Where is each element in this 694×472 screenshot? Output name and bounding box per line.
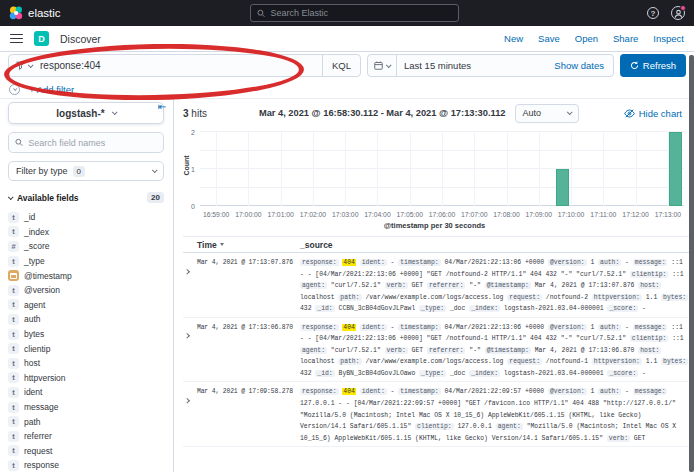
- field-item--timestamp[interactable]: @timestamp: [8, 268, 164, 283]
- gridline-v: [571, 132, 572, 206]
- histogram-plot[interactable]: 16:59:0017:00:0017:01:0017:02:0017:03:00…: [200, 132, 684, 206]
- hits-count: 3 hits: [183, 108, 207, 119]
- field-item--type[interactable]: t_type: [8, 254, 164, 269]
- histogram-bar[interactable]: [556, 169, 570, 206]
- expand-doc-button[interactable]: [183, 322, 197, 380]
- chevron-down-icon: [566, 109, 572, 115]
- inspect-button[interactable]: Inspect: [653, 33, 684, 44]
- save-button[interactable]: Save: [538, 33, 560, 44]
- interval-select[interactable]: Auto: [515, 104, 579, 123]
- table-row: Mar 4, 2021 @ 17:09:58.278response: 404 …: [183, 382, 689, 447]
- results-header: 3 hits Mar 4, 2021 @ 16:58:30.112 - Mar …: [183, 102, 682, 124]
- x-tick-label: 17:10:00: [558, 211, 584, 218]
- time-column-header[interactable]: Time: [183, 240, 300, 250]
- source-field-name: _type:: [419, 370, 446, 377]
- field-item-bytes[interactable]: tbytes: [8, 327, 164, 342]
- field-item-response[interactable]: tresponse: [8, 458, 164, 472]
- filter-by-type-button[interactable]: Filter by type 0: [8, 161, 164, 181]
- source-field-name: @timestamp:: [485, 347, 531, 354]
- expand-doc-button[interactable]: [183, 386, 197, 444]
- expand-doc-button[interactable]: [183, 257, 197, 315]
- histogram-bar[interactable]: [669, 132, 683, 206]
- field-item-clientip[interactable]: tclientip: [8, 341, 164, 356]
- gridline-v: [216, 132, 217, 206]
- field-item--id[interactable]: t_id: [8, 210, 164, 225]
- field-item-request[interactable]: trequest: [8, 444, 164, 459]
- field-name: referrer: [24, 431, 52, 441]
- source-field-name: @timestamp:: [485, 282, 531, 289]
- open-button[interactable]: Open: [575, 33, 598, 44]
- kql-language-button[interactable]: KQL: [322, 55, 360, 76]
- gridline-v: [410, 132, 411, 206]
- source-field-name: request:: [507, 358, 542, 365]
- date-picker[interactable]: Last 15 minutes Show dates: [367, 54, 614, 77]
- filter-options-icon[interactable]: [9, 84, 20, 95]
- discover-app-badge[interactable]: D: [34, 31, 49, 46]
- quick-select-button[interactable]: [368, 55, 397, 76]
- field-search[interactable]: [8, 132, 164, 153]
- string-field-type-icon: t: [8, 226, 19, 237]
- field-name: httpversion: [24, 373, 66, 383]
- index-pattern-select[interactable]: logstash-*: [8, 102, 164, 124]
- field-item--score[interactable]: #_score: [8, 239, 164, 254]
- field-item-path[interactable]: tpath: [8, 414, 164, 429]
- hide-chart-button[interactable]: Hide chart: [624, 108, 682, 119]
- string-field-type-icon: t: [8, 460, 19, 471]
- source-field-name: clientip:: [630, 271, 669, 278]
- eye-closed-icon: [624, 108, 635, 119]
- source-field-name: httpversion:: [592, 294, 642, 301]
- gridline-v: [281, 132, 282, 206]
- y-tick-label: 2: [191, 129, 195, 136]
- field-item--index[interactable]: t_index: [8, 225, 164, 240]
- source-field-name: _id:: [315, 305, 334, 312]
- new-button[interactable]: New: [504, 33, 523, 44]
- source-field-name: verb:: [385, 347, 408, 354]
- field-item--version[interactable]: t@version: [8, 283, 164, 298]
- string-field-type-icon: t: [8, 372, 19, 383]
- gridline-v: [636, 132, 637, 206]
- source-column-header[interactable]: _source: [300, 240, 333, 250]
- field-item-httpversion[interactable]: thttpversion: [8, 371, 164, 386]
- time-range-display: Mar 4, 2021 @ 16:58:30.112 - Mar 4, 2021…: [259, 108, 506, 118]
- saved-query-menu-button[interactable]: [9, 55, 37, 76]
- menu-icon[interactable]: [10, 34, 23, 44]
- field-item-referrer[interactable]: treferrer: [8, 429, 164, 444]
- gridline-v: [345, 132, 346, 206]
- available-fields-header[interactable]: Available fields 20: [8, 192, 164, 203]
- share-button[interactable]: Share: [613, 33, 638, 44]
- field-search-input[interactable]: [28, 138, 157, 148]
- table-body: Mar 4, 2021 @ 17:13:07.876response: 404 …: [183, 253, 689, 447]
- source-field-name: path:: [338, 358, 361, 365]
- string-field-type-icon: t: [8, 212, 19, 223]
- help-icon[interactable]: ?: [647, 7, 659, 19]
- string-field-type-icon: t: [8, 416, 19, 427]
- add-filter-button[interactable]: + Add filter: [29, 84, 74, 95]
- source-field-name: message:: [633, 388, 668, 395]
- query-input[interactable]: response:404 KQL: [8, 54, 361, 77]
- global-search-input[interactable]: [270, 8, 452, 18]
- elastic-logo[interactable]: elastic: [9, 6, 61, 20]
- x-tick-label: 16:59:00: [203, 211, 229, 218]
- field-item-auth[interactable]: tauth: [8, 312, 164, 327]
- collapse-sidebar-icon[interactable]: ⇤: [158, 101, 166, 112]
- query-text[interactable]: response:404: [37, 60, 322, 71]
- doc-timestamp: Mar 4, 2021 @ 17:13:06.870: [197, 322, 300, 380]
- source-field-name: path:: [338, 294, 361, 301]
- global-search[interactable]: [250, 4, 459, 22]
- x-axis-label: @timestamp per 30 seconds: [183, 221, 686, 230]
- refresh-button[interactable]: Refresh: [620, 54, 686, 77]
- gridline-v: [442, 132, 443, 206]
- string-field-type-icon: t: [8, 402, 19, 413]
- show-dates-button[interactable]: Show dates: [554, 60, 613, 71]
- string-field-type-icon: t: [8, 431, 19, 442]
- user-avatar[interactable]: [671, 6, 685, 20]
- field-item-agent[interactable]: tagent: [8, 298, 164, 313]
- field-item-message[interactable]: tmessage: [8, 400, 164, 415]
- source-field-name: @version:: [548, 324, 587, 331]
- refresh-icon: [630, 61, 639, 70]
- doc-source: response: 404 ident: - timestamp: 04/Mar…: [300, 257, 689, 315]
- field-item-ident[interactable]: tident: [8, 385, 164, 400]
- time-range-value[interactable]: Last 15 minutes: [397, 60, 471, 71]
- vertical-scrollbar[interactable]: [689, 55, 694, 472]
- field-item-host[interactable]: thost: [8, 356, 164, 371]
